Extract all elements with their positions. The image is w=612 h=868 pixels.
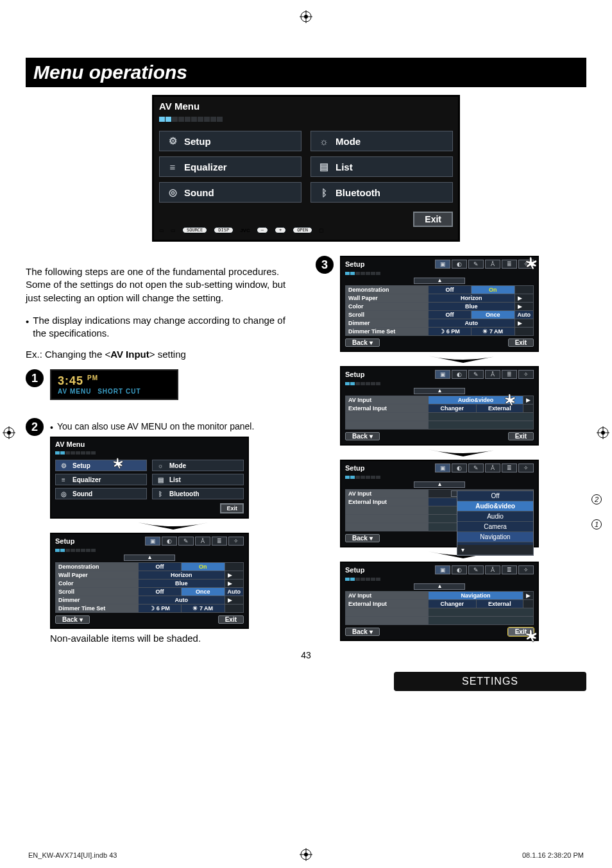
step3-panel-2: Setup ▣◐✎Å≣✧ AV InputAudio&video▶ Extern… xyxy=(340,366,539,446)
tab-icon[interactable]: ≣ xyxy=(502,370,517,379)
bt-icon: ᛒ xyxy=(157,490,164,497)
exit-button[interactable]: Exit xyxy=(413,212,453,227)
tab-icon[interactable]: Å xyxy=(195,537,210,546)
row-scroll[interactable]: Scroll xyxy=(56,588,139,596)
tab-icon[interactable]: ✎ xyxy=(178,537,194,546)
intro-bullet: •The display indications may change acco… xyxy=(26,314,296,340)
row-color[interactable]: Color xyxy=(56,580,139,588)
row-external-input[interactable]: External Input xyxy=(346,498,429,506)
step2-badge: 2 xyxy=(26,418,44,436)
tab-icon[interactable]: ✧ xyxy=(518,463,534,472)
scroll-up-button[interactable] xyxy=(414,278,465,284)
drop-item[interactable]: Audio xyxy=(457,512,533,522)
row-av-input[interactable]: AV Input xyxy=(346,490,429,498)
row-external-input[interactable]: External Input xyxy=(346,405,429,413)
tap-pointer-icon xyxy=(521,255,540,275)
brand: JVC xyxy=(240,228,250,233)
source-button[interactable]: SOURCE xyxy=(182,227,207,233)
back-button[interactable]: Back xyxy=(345,628,380,636)
tab-icon[interactable]: ✧ xyxy=(518,370,534,379)
exit-button[interactable]: Exit xyxy=(508,432,534,440)
av-menu-icon[interactable]: AV MENU xyxy=(58,388,91,395)
scroll-up-button[interactable] xyxy=(414,481,465,488)
exit-button[interactable]: Exit xyxy=(508,338,534,347)
menu-item-bluetooth[interactable]: ᛒBluetooth xyxy=(310,182,453,203)
menu-item-mode[interactable]: ☼Mode xyxy=(152,460,244,471)
tab-icon[interactable]: Å xyxy=(485,260,500,269)
av-input-dropdown[interactable]: Off Audio&video Audio Camera Navigation … xyxy=(457,490,534,556)
scroll-up-button[interactable] xyxy=(414,583,465,590)
tab-icon[interactable]: ◐ xyxy=(452,260,467,269)
sliders-icon: ≡ xyxy=(60,476,67,483)
tab-icon[interactable]: Å xyxy=(485,370,500,379)
tab-icon[interactable]: Å xyxy=(485,463,500,472)
row-external-input[interactable]: External Input xyxy=(346,600,429,608)
registration-mark-right xyxy=(597,426,609,442)
tab-icon[interactable]: ≣ xyxy=(502,565,517,574)
step3-panel-1: Setup ▣ ◐ ✎ Å ≣ ✧ xyxy=(340,256,539,352)
minus-button[interactable]: – xyxy=(257,227,268,233)
tab-icon[interactable]: ▣ xyxy=(145,537,160,546)
list-icon: ▤ xyxy=(318,160,330,173)
callout-2: 2 xyxy=(591,494,602,505)
tab-icon[interactable]: ◐ xyxy=(452,463,467,472)
row-dimmer[interactable]: Dimmer xyxy=(56,596,139,605)
back-button[interactable]: Back xyxy=(345,534,380,542)
mode-button[interactable]: ▭ xyxy=(159,228,164,233)
drop-scroll-down-icon[interactable]: ▾ xyxy=(457,545,533,555)
menu-item-bluetooth[interactable]: ᛒBluetooth xyxy=(152,488,244,499)
drop-item[interactable]: Off xyxy=(457,491,533,501)
tab-icon[interactable]: ✎ xyxy=(468,463,484,472)
tab-icon[interactable]: ◐ xyxy=(452,370,467,379)
scroll-up-button[interactable] xyxy=(414,388,465,394)
tab-icon[interactable]: ≣ xyxy=(212,537,227,546)
shortcut-icon[interactable]: SHORT CUT xyxy=(98,388,140,395)
drop-item[interactable]: Audio&video xyxy=(457,501,533,512)
tab-icon[interactable]: Å xyxy=(485,565,500,574)
step3-panel-4: Setup ▣◐✎Å≣✧ AV InputNavigation▶ Externa… xyxy=(340,562,539,641)
menu-item-setup[interactable]: ⚙Setup xyxy=(55,460,147,471)
label: Equalizer xyxy=(184,162,227,172)
menu-item-setup[interactable]: ⚙Setup xyxy=(159,131,302,151)
menu-item-equalizer[interactable]: ≡Equalizer xyxy=(55,474,147,485)
plus-button[interactable]: + xyxy=(275,227,286,233)
tab-icon[interactable]: ▣ xyxy=(435,370,450,379)
exit-button[interactable]: Exit xyxy=(220,503,244,513)
back-button[interactable]: Back xyxy=(345,338,380,347)
row-dimmer-time[interactable]: Dimmer Time Set xyxy=(56,605,139,613)
tab-icon[interactable]: ▣ xyxy=(435,565,450,574)
avmenu-button[interactable]: ▭ xyxy=(171,228,176,233)
tab-icon[interactable]: ✧ xyxy=(228,537,244,546)
exit-button[interactable]: Exit xyxy=(218,615,244,624)
registration-mark-top xyxy=(300,10,312,26)
open-button[interactable]: OPEN xyxy=(293,227,312,233)
tab-icon[interactable]: ✎ xyxy=(468,370,484,379)
back-button[interactable]: Back xyxy=(55,615,90,624)
row-wallpaper[interactable]: Wall Paper xyxy=(56,571,139,580)
menu-item-list[interactable]: ▤List xyxy=(310,156,453,177)
tab-icon[interactable]: ▣ xyxy=(435,260,450,269)
drop-item[interactable]: Camera xyxy=(457,522,533,532)
scroll-up-button[interactable] xyxy=(124,555,175,561)
menu-item-sound[interactable]: ◎Sound xyxy=(159,182,302,203)
hero-av-menu: AV Menu ⚙Setup ☼Mode ≡Equalizer ▤List ◎S… xyxy=(152,95,460,242)
row-av-input[interactable]: AV Input xyxy=(346,396,429,405)
disp-button[interactable]: DISP xyxy=(214,227,234,233)
tab-icon[interactable]: ≣ xyxy=(502,463,517,472)
tab-icon[interactable]: ◐ xyxy=(162,537,177,546)
menu-item-list[interactable]: ▤List xyxy=(152,474,244,485)
clock-panel: 3:45 PM AV MENU SHORT CUT xyxy=(50,369,178,400)
tab-icon[interactable]: ✎ xyxy=(468,260,484,269)
row-av-input[interactable]: AV Input xyxy=(346,592,429,600)
menu-item-equalizer[interactable]: ≡Equalizer xyxy=(159,156,302,177)
row-demonstration[interactable]: Demonstration xyxy=(56,563,139,571)
tab-icon[interactable]: ✧ xyxy=(518,565,534,574)
tab-icon[interactable]: ▣ xyxy=(435,463,450,472)
back-button[interactable]: Back xyxy=(345,432,380,440)
tab-icon[interactable]: ≣ xyxy=(502,260,517,269)
tab-icon[interactable]: ✎ xyxy=(468,565,484,574)
menu-item-mode[interactable]: ☼Mode xyxy=(310,131,453,151)
drop-item[interactable]: Navigation xyxy=(457,532,533,542)
menu-item-sound[interactable]: ◎Sound xyxy=(55,488,147,499)
tab-icon[interactable]: ◐ xyxy=(452,565,467,574)
